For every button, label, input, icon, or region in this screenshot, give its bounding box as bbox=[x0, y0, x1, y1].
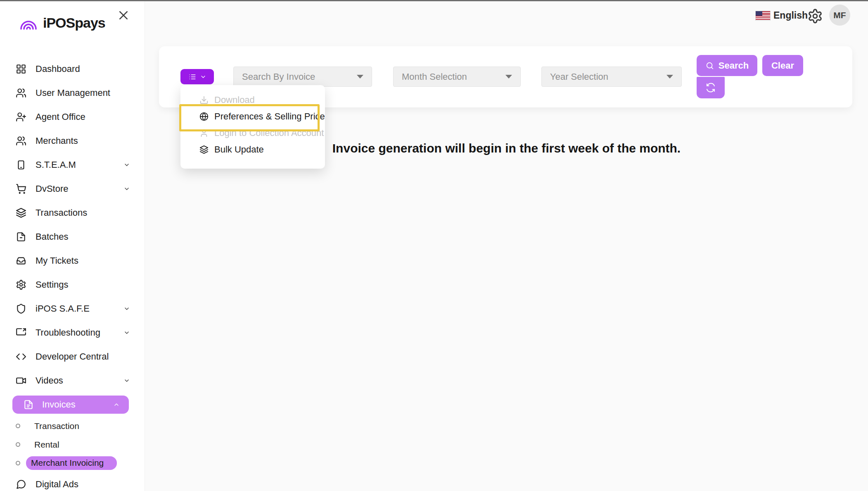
clear-button-label: Clear bbox=[771, 60, 794, 71]
sidebar-item-invoices[interactable]: Invoices bbox=[12, 396, 129, 414]
sidebar-item-ipos-safe[interactable]: iPOS S.A.F.E bbox=[0, 297, 145, 321]
sidebar-subitem-rental[interactable]: Rental bbox=[0, 435, 145, 454]
sidebar-item-steam[interactable]: S.T.E.A.M bbox=[0, 153, 145, 177]
search-button[interactable]: Search bbox=[697, 55, 757, 76]
refresh-button[interactable] bbox=[697, 77, 725, 98]
caret-down-icon bbox=[505, 75, 512, 79]
sidebar-item-digital-ads[interactable]: Digital Ads bbox=[0, 472, 145, 491]
chevron-down-icon bbox=[123, 186, 130, 192]
sidebar-item-dashboard[interactable]: Dashboard bbox=[0, 57, 145, 81]
sidebar-item-label: iPOS S.A.F.E bbox=[36, 303, 90, 314]
sidebar-item-label: Invoices bbox=[42, 399, 76, 410]
sidebar-subitem-label: Merchant Invoicing bbox=[26, 456, 117, 470]
sidebar-item-agent-office[interactable]: Agent Office bbox=[0, 105, 145, 129]
clear-button[interactable]: Clear bbox=[762, 55, 803, 76]
chevron-down-icon bbox=[123, 329, 130, 336]
menu-item-bulk-update[interactable]: Bulk Update bbox=[180, 141, 325, 158]
sidebar-item-my-tickets[interactable]: My Tickets bbox=[0, 249, 145, 273]
sidebar-item-settings[interactable]: Settings bbox=[0, 273, 145, 297]
sidebar-item-user-management[interactable]: User Management bbox=[0, 81, 145, 105]
bullet-icon bbox=[16, 461, 20, 465]
menu-item-preferences-selling-price[interactable]: Preferences & Selling Price bbox=[180, 108, 325, 125]
caret-down-icon bbox=[666, 75, 673, 79]
sidebar-item-label: Troubleshooting bbox=[36, 327, 100, 338]
invoice-file-icon bbox=[23, 399, 34, 410]
list-icon bbox=[188, 73, 197, 81]
sidebar-item-label: Merchants bbox=[36, 136, 78, 146]
sidebar-subitem-transaction[interactable]: Transaction bbox=[0, 417, 145, 435]
search-by-invoice-select[interactable]: Search By Invoice bbox=[233, 67, 372, 87]
sidebar-item-videos[interactable]: Videos bbox=[0, 369, 145, 393]
sidebar-nav: Dashboard User Management Agent Office M… bbox=[0, 57, 145, 491]
cart-icon bbox=[16, 184, 26, 194]
sidebar-item-label: Dashboard bbox=[36, 64, 80, 74]
actions-dropdown-menu: Download Preferences & Selling Price Log… bbox=[180, 85, 325, 169]
menu-item-label: Bulk Update bbox=[214, 144, 264, 155]
caret-down-icon bbox=[357, 75, 363, 79]
select-placeholder: Search By Invoice bbox=[242, 72, 315, 82]
close-icon[interactable] bbox=[117, 9, 130, 21]
inbox-icon bbox=[16, 255, 26, 266]
sidebar-item-label: Settings bbox=[36, 279, 69, 290]
topbar: English MF bbox=[145, 0, 868, 33]
menu-item-label: Login to Collection Account bbox=[214, 128, 324, 138]
search-icon bbox=[705, 61, 714, 70]
grid-icon bbox=[16, 64, 26, 74]
sidebar-subitem-label: Rental bbox=[34, 440, 59, 450]
year-selection-select[interactable]: Year Selection bbox=[541, 67, 682, 87]
sidebar-item-label: Agent Office bbox=[36, 112, 85, 122]
layers-icon bbox=[16, 207, 26, 218]
menu-item-label: Preferences & Selling Price bbox=[214, 111, 325, 122]
search-button-label: Search bbox=[719, 60, 749, 71]
bullet-icon bbox=[16, 424, 20, 428]
sidebar-item-merchants[interactable]: Merchants bbox=[0, 129, 145, 153]
sidebar-item-dvstore[interactable]: DvStore bbox=[0, 177, 145, 201]
sidebar-item-developer-central[interactable]: Developer Central bbox=[0, 345, 145, 369]
sidebar-item-label: S.T.E.A.M bbox=[36, 160, 76, 170]
file-icon bbox=[16, 231, 26, 242]
gear-icon bbox=[16, 279, 26, 290]
tablet-icon bbox=[16, 160, 26, 170]
brand-name: iPOSpays bbox=[43, 15, 105, 31]
chevron-down-icon bbox=[123, 377, 130, 384]
language-selector[interactable]: English bbox=[773, 10, 808, 21]
sidebar: iPOSpays Dashboard User Management Agent… bbox=[0, 0, 145, 491]
globe-icon bbox=[199, 112, 209, 121]
sidebar-item-label: My Tickets bbox=[36, 255, 78, 266]
menu-item-download[interactable]: Download bbox=[180, 92, 325, 108]
sidebar-subitem-label: Transaction bbox=[34, 421, 79, 431]
actions-menu-trigger-button[interactable] bbox=[180, 69, 214, 84]
layers-icon bbox=[199, 145, 209, 154]
sidebar-item-label: Videos bbox=[36, 375, 63, 386]
month-selection-select[interactable]: Month Selection bbox=[393, 67, 521, 87]
select-placeholder: Month Selection bbox=[402, 72, 467, 82]
avatar[interactable]: MF bbox=[829, 5, 850, 26]
select-placeholder: Year Selection bbox=[550, 72, 608, 82]
user-plus-icon bbox=[16, 112, 26, 122]
chat-bubble-icon bbox=[16, 479, 26, 490]
sidebar-item-label: DvStore bbox=[36, 184, 68, 194]
brand-logo: iPOSpays bbox=[18, 15, 105, 31]
code-icon bbox=[16, 351, 26, 362]
rainbow-arc-icon bbox=[18, 15, 39, 31]
sidebar-item-troubleshooting[interactable]: Troubleshooting bbox=[0, 321, 145, 345]
shield-icon bbox=[16, 303, 26, 314]
sidebar-item-label: Transactions bbox=[36, 207, 87, 218]
settings-gear-icon[interactable] bbox=[807, 8, 823, 24]
sidebar-item-label: User Management bbox=[36, 88, 110, 98]
video-camera-icon bbox=[16, 375, 26, 386]
chevron-up-icon bbox=[113, 401, 120, 408]
user-icon bbox=[199, 129, 209, 138]
chevron-down-icon bbox=[200, 74, 206, 80]
chevron-down-icon bbox=[123, 162, 130, 168]
sidebar-item-batches[interactable]: Batches bbox=[0, 225, 145, 249]
sidebar-subitem-merchant-invoicing[interactable]: Merchant Invoicing bbox=[0, 454, 145, 472]
sidebar-item-label: Developer Central bbox=[36, 351, 109, 362]
sidebar-item-label: Digital Ads bbox=[36, 479, 78, 490]
sidebar-item-transactions[interactable]: Transactions bbox=[0, 201, 145, 225]
sidebar-item-label: Batches bbox=[36, 231, 69, 242]
menu-item-login-collection-account[interactable]: Login to Collection Account bbox=[180, 125, 325, 141]
menu-item-label: Download bbox=[214, 95, 255, 105]
download-icon bbox=[199, 95, 209, 105]
refresh-icon bbox=[706, 83, 716, 93]
